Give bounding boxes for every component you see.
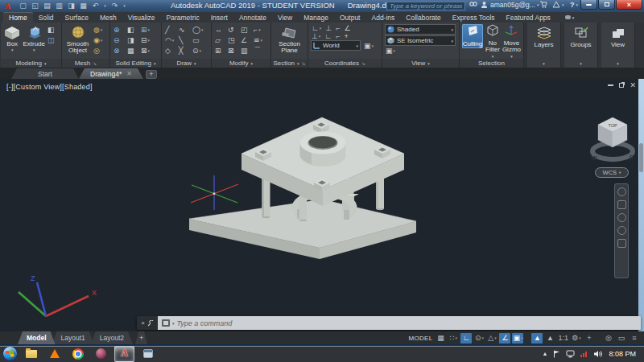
qat-customize-icon[interactable]: ▾: [122, 1, 127, 10]
array-icon[interactable]: ≌▾: [253, 35, 266, 45]
no-filter-button[interactable]: No Filter▾: [485, 24, 501, 59]
move-icon[interactable]: ↔: [214, 24, 227, 35]
culling-button[interactable]: Culling: [462, 24, 483, 48]
taskbar-chrome-icon[interactable]: [68, 346, 88, 362]
subtract-icon[interactable]: ⊖: [113, 35, 126, 45]
recent-commands-icon[interactable]: [162, 319, 170, 327]
imprint-icon[interactable]: ⊠▾: [140, 45, 154, 56]
start-button[interactable]: [2, 346, 18, 361]
presspull-icon[interactable]: ◫: [47, 35, 59, 45]
panel-label-solid-editing[interactable]: Solid Editing▾: [110, 59, 161, 68]
viewcube[interactable]: N E W S TOP WCS▾: [590, 101, 638, 179]
workspace-switch-icon[interactable]: ⚙▾: [571, 333, 582, 343]
annotation-visibility-icon[interactable]: ▲: [531, 333, 543, 343]
box-button[interactable]: Box▾: [3, 24, 21, 52]
save-icon[interactable]: ▤: [42, 1, 52, 10]
new-layout-button[interactable]: +: [135, 331, 147, 344]
ellipse-icon[interactable]: ⊙▾: [192, 45, 205, 56]
model-space-button[interactable]: MODEL: [408, 333, 434, 343]
taskbar-media-player-icon[interactable]: [91, 346, 111, 362]
slice-icon[interactable]: ◧: [126, 24, 140, 35]
action-center-flag-icon[interactable]: [553, 350, 560, 358]
panel-label-section[interactable]: Section▾⇘: [271, 59, 308, 68]
ribbon-display-toggle-icon[interactable]: ▾: [561, 12, 579, 23]
app-store-cart-icon[interactable]: [539, 1, 547, 8]
snap-toggle-icon[interactable]: ∷▾: [448, 333, 459, 343]
ribbon-tab-parametric[interactable]: Parametric: [161, 12, 205, 23]
ucs-z-axis-icon[interactable]: ∟: [324, 32, 332, 40]
viewport-close-icon[interactable]: ✕: [630, 82, 636, 88]
volume-icon[interactable]: [594, 350, 603, 358]
grid-toggle-icon[interactable]: ▦: [435, 333, 446, 343]
line-icon[interactable]: ╱: [164, 24, 178, 35]
plot-icon[interactable]: ▦: [78, 1, 89, 10]
ribbon-tab-addins[interactable]: Add-ins: [365, 12, 400, 23]
command-customize-icon[interactable]: [147, 320, 154, 327]
taskbar-autocad-button[interactable]: A: [114, 346, 134, 362]
ucs-named-icon[interactable]: +: [343, 32, 349, 40]
customization-icon[interactable]: ≡: [629, 333, 640, 343]
new-icon[interactable]: ▢: [18, 1, 28, 10]
autocad-app-menu-icon[interactable]: A: [2, 0, 14, 11]
clean-screen-icon[interactable]: ▭: [616, 333, 627, 343]
open-icon[interactable]: ◱: [30, 1, 40, 10]
search-icon[interactable]: [469, 1, 477, 8]
tab-close-icon[interactable]: ✕: [126, 70, 132, 77]
panel-label-mesh[interactable]: Mesh⇘: [62, 59, 109, 68]
undo-dropdown-icon[interactable]: ▾: [102, 1, 108, 10]
showmotion-icon[interactable]: [617, 239, 626, 248]
compass-north-label[interactable]: N: [595, 139, 598, 144]
ribbon-tab-collaborate[interactable]: Collaborate: [400, 12, 446, 23]
taskbar-explorer-icon[interactable]: [21, 346, 41, 362]
layout-tab-layout2[interactable]: Layout2: [91, 331, 133, 344]
thicken-icon[interactable]: ◨: [126, 35, 140, 45]
explode-icon[interactable]: ⌒: [253, 45, 266, 56]
annotation-scale-icon[interactable]: 1:1: [557, 333, 569, 343]
no-internet-icon[interactable]: [580, 350, 588, 358]
panel-layers-collapsed[interactable]: Layers ▾: [527, 23, 561, 68]
panel-view-collapsed[interactable]: View ▾: [601, 23, 635, 68]
section-plane-button[interactable]: Section Plane: [274, 24, 305, 55]
taskbar-vlc-icon[interactable]: [44, 346, 64, 362]
intersect-icon[interactable]: ⊗: [113, 45, 126, 56]
zoom-icon[interactable]: [617, 213, 626, 222]
drawing-viewport[interactable]: X Z [-][Custom View][Shaded] ✕ N E W S T…: [0, 79, 644, 331]
ribbon-tab-annotate[interactable]: Annotate: [233, 12, 272, 23]
minimize-button[interactable]: [580, 0, 597, 10]
trim-icon[interactable]: ◰: [240, 24, 253, 35]
ribbon-tab-view[interactable]: View: [272, 12, 298, 23]
ribbon-tab-featured-apps[interactable]: Featured Apps: [501, 12, 556, 23]
panel-label-selection[interactable]: Selection: [460, 59, 523, 68]
extrude-button[interactable]: Extrude▾: [23, 24, 45, 52]
pan-icon[interactable]: [617, 200, 626, 209]
object-snap-tracking-icon[interactable]: ∠: [499, 333, 510, 343]
panel-label-view[interactable]: View▾: [382, 59, 459, 68]
polar-tracking-icon[interactable]: ⊙▾: [473, 333, 485, 343]
signin-user-icon[interactable]: [481, 1, 488, 9]
stretch-icon[interactable]: ⊞: [214, 45, 227, 56]
copy-icon[interactable]: ▱: [214, 35, 227, 45]
move-gizmo-button[interactable]: Move Gizmo▾: [502, 24, 521, 59]
command-line-grip[interactable]: ×: [137, 316, 158, 330]
scale-icon[interactable]: ⊠: [227, 45, 240, 56]
clock[interactable]: 8:08 PM: [609, 350, 636, 358]
navigation-bar[interactable]: [614, 183, 629, 278]
network-icon[interactable]: [566, 350, 575, 358]
extract-edges-icon[interactable]: ▦: [126, 45, 140, 56]
erase-icon[interactable]: ▥: [240, 45, 253, 56]
isodraft-icon[interactable]: △▾: [486, 333, 497, 343]
ucs-previous-icon[interactable]: ⌐: [335, 24, 341, 32]
command-input[interactable]: [177, 319, 637, 327]
xline-icon[interactable]: ╲: [178, 35, 192, 45]
undo-icon[interactable]: ↶: [90, 1, 101, 10]
union-icon[interactable]: ⊕: [113, 24, 126, 35]
hatch-icon[interactable]: ╳: [178, 45, 192, 56]
workspace-icon[interactable]: ◨: [66, 1, 76, 10]
shell-icon[interactable]: ⊟▾: [140, 35, 154, 45]
viewport-scrollbar-thumb[interactable]: [639, 143, 643, 172]
viewport-scrollbar[interactable]: [638, 79, 644, 331]
compass-west-label[interactable]: W: [592, 155, 597, 161]
circle-icon[interactable]: ◯▾: [192, 24, 205, 35]
ucs-3point-icon[interactable]: ⌐: [335, 32, 341, 40]
ucs-origin-icon[interactable]: ⊥▾: [311, 32, 321, 40]
